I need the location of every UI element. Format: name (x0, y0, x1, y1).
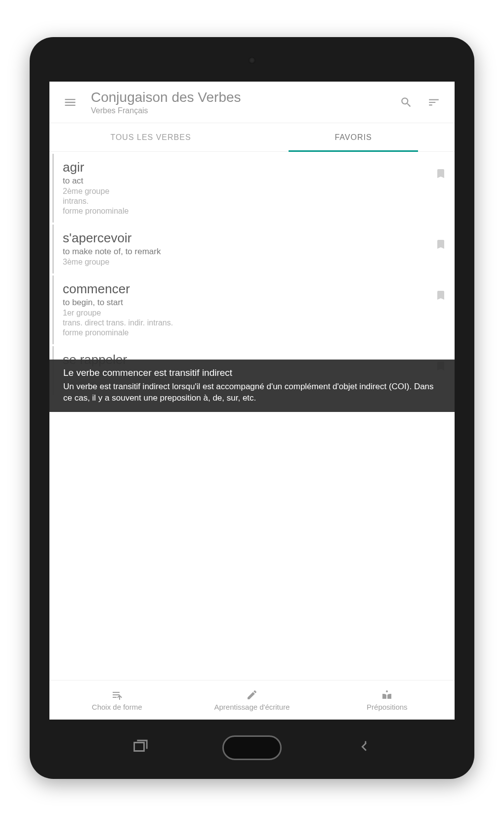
bottom-nav: Choix de forme Aprentissage d'écriture P… (49, 680, 455, 720)
home-button[interactable] (222, 735, 282, 760)
list-item[interactable]: commencer to begin, to start 1er groupe … (52, 275, 455, 344)
verb-group: 3ème groupe (63, 258, 446, 267)
search-button[interactable] (394, 91, 418, 114)
verb-transitivity: trans. direct trans. indir. intrans. (63, 318, 446, 327)
tab-favorites[interactable]: FAVORIS (252, 123, 455, 151)
verb-note: forme pronominale (63, 207, 446, 216)
page-title: Conjugaison des Verbes (91, 90, 394, 105)
search-icon (400, 96, 413, 109)
bookmark-button[interactable] (435, 168, 447, 181)
bookmark-icon (435, 238, 447, 250)
tab-bar: TOUS LES VERBES FAVORIS (49, 123, 455, 152)
bottom-nav-form[interactable]: Choix de forme (49, 680, 184, 720)
app-titles: Conjugaison des Verbes Verbes Français (91, 90, 394, 115)
pencil-icon (246, 689, 258, 701)
back-icon (356, 738, 373, 755)
bottom-nav-label: Choix de forme (92, 703, 142, 711)
verb-translation: to act (63, 176, 446, 186)
app-bar: Conjugaison des Verbes Verbes Français (49, 82, 455, 123)
verb-group: 2ème groupe (63, 187, 446, 196)
verb-word: commencer (63, 281, 446, 297)
bookmark-icon (435, 289, 447, 301)
bottom-nav-writing[interactable]: Aprentissage d'écriture (184, 680, 319, 720)
app-screen: Conjugaison des Verbes Verbes Français T… (49, 82, 455, 720)
snackbar[interactable]: Le verbe commencer est transitif indirec… (49, 360, 455, 412)
device-navbar (30, 730, 474, 765)
appbar-actions (394, 91, 446, 114)
verb-translation: to begin, to start (63, 298, 446, 308)
tab-all-verbs[interactable]: TOUS LES VERBES (49, 123, 252, 151)
recent-apps-button[interactable] (131, 738, 148, 757)
sort-icon (427, 96, 440, 109)
snackbar-body: Un verbe est transitif indirect lorsqu'i… (63, 381, 441, 404)
back-button[interactable] (356, 738, 373, 757)
verb-list: agir to act 2ème groupe intrans. forme p… (49, 152, 455, 680)
menu-button[interactable] (58, 91, 82, 114)
sort-lines-icon (111, 689, 123, 701)
verb-word: agir (63, 160, 446, 175)
sort-button[interactable] (422, 91, 446, 114)
list-item[interactable]: agir to act 2ème groupe intrans. forme p… (52, 154, 455, 223)
bookmark-button[interactable] (435, 238, 447, 252)
verb-translation: to make note of, to remark (63, 247, 446, 257)
snackbar-title: Le verbe commencer est transitif indirec… (63, 366, 441, 379)
bottom-nav-label: Aprentissage d'écriture (214, 703, 290, 711)
reader-icon (381, 689, 393, 701)
bottom-nav-prepositions[interactable]: Prépositions (320, 680, 455, 720)
verb-group: 1er groupe (63, 309, 446, 317)
bottom-nav-label: Prépositions (367, 703, 408, 711)
page-subtitle: Verbes Français (91, 106, 394, 115)
verb-transitivity: intrans. (63, 197, 446, 206)
tablet-frame: Conjugaison des Verbes Verbes Français T… (30, 37, 474, 779)
bookmark-button[interactable] (435, 289, 447, 303)
device-camera (249, 57, 255, 64)
verb-note: forme pronominale (63, 328, 446, 337)
menu-icon (63, 95, 77, 109)
list-item[interactable]: s'apercevoir to make note of, to remark … (52, 225, 455, 273)
bookmark-icon (435, 168, 447, 180)
verb-word: s'apercevoir (63, 230, 446, 246)
recent-icon (131, 738, 148, 755)
